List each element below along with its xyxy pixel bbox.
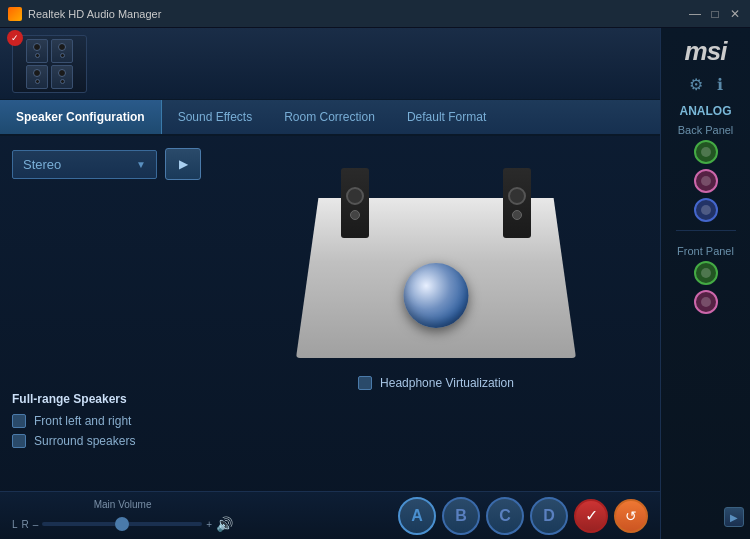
- right-speaker-cone: [508, 187, 526, 205]
- full-range-title: Full-range Speakers: [12, 392, 212, 406]
- speaker-col-left: [26, 39, 48, 89]
- back-panel-label: Back Panel: [678, 124, 734, 136]
- stage-speaker-left: [341, 168, 369, 238]
- speakers-visualization: Headphone Virtualization: [224, 148, 648, 479]
- speaker-dot-small: [35, 53, 40, 58]
- app-icon: [8, 7, 22, 21]
- volume-r-label: R: [22, 519, 29, 530]
- back-jack-blue[interactable]: [694, 198, 718, 222]
- checkbox-front-label: Front left and right: [34, 414, 131, 428]
- speaker-dot-large3: [58, 43, 66, 51]
- tabs-bar: Speaker Configuration Sound Effects Room…: [0, 100, 660, 136]
- volume-icon: 🔊: [216, 516, 233, 532]
- close-button[interactable]: ✕: [728, 7, 742, 21]
- content-area: ✓: [0, 28, 660, 539]
- back-jack-green[interactable]: [694, 140, 718, 164]
- volume-slider[interactable]: [42, 522, 202, 526]
- play-icon: ▶: [179, 157, 188, 171]
- speaker-col-right: [51, 39, 73, 89]
- check-badge: ✓: [7, 30, 23, 46]
- button-a[interactable]: A: [398, 497, 436, 535]
- dropdown-row: Stereo ▼ ▶: [12, 148, 212, 180]
- back-panel-jacks: [694, 140, 718, 222]
- speaker-unit-3: [51, 39, 73, 63]
- checkbox-front: Front left and right: [12, 414, 212, 428]
- volume-label: Main Volume: [94, 499, 152, 510]
- full-range-section: Full-range Speakers Front left and right…: [12, 392, 212, 454]
- speaker-unit-4: [51, 65, 73, 89]
- info-icon[interactable]: ℹ: [717, 75, 723, 94]
- dropdown-arrow-icon: ▼: [136, 159, 146, 170]
- volume-section: Main Volume L R – + 🔊: [12, 499, 233, 532]
- speaker-unit: [26, 39, 48, 63]
- front-jack-green[interactable]: [694, 261, 718, 285]
- tab-sound-effects[interactable]: Sound Effects: [162, 100, 269, 134]
- dropdown-value: Stereo: [23, 157, 61, 172]
- left-speaker-cone: [346, 187, 364, 205]
- button-c[interactable]: C: [486, 497, 524, 535]
- tab-room-correction[interactable]: Room Correction: [268, 100, 391, 134]
- speaker-dot-large2: [33, 69, 41, 77]
- speaker-dot-large4: [58, 69, 66, 77]
- gear-icon[interactable]: ⚙: [689, 75, 703, 94]
- checkbox-surround-label: Surround speakers: [34, 434, 135, 448]
- msi-logo: msi: [685, 36, 727, 67]
- button-d[interactable]: D: [530, 497, 568, 535]
- volume-l-label: L: [12, 519, 18, 530]
- jack-inner-2: [701, 176, 711, 186]
- checkbox-surround: Surround speakers: [12, 434, 212, 448]
- front-panel-label: Front Panel: [677, 245, 734, 257]
- speaker-dot-large: [33, 43, 41, 51]
- button-b[interactable]: B: [442, 497, 480, 535]
- play-button[interactable]: ▶: [165, 148, 201, 180]
- front-panel-jacks: [694, 261, 718, 314]
- confirm-button[interactable]: ✓: [574, 499, 608, 533]
- bottom-bar: Main Volume L R – + 🔊 A B: [0, 491, 660, 539]
- left-speaker-cone-small: [350, 210, 360, 220]
- volume-plus: +: [206, 519, 212, 530]
- sidebar-bottom: ▶: [661, 507, 750, 531]
- maximize-button[interactable]: □: [708, 7, 722, 21]
- right-sidebar: msi ⚙ ℹ ANALOG Back Panel Front Panel: [660, 28, 750, 539]
- minimize-button[interactable]: —: [688, 7, 702, 21]
- titlebar-controls: — □ ✕: [688, 7, 742, 21]
- content-body: Stereo ▼ ▶ Full-range Speakers Front lef…: [0, 136, 660, 491]
- speaker-icon-box: ✓: [12, 35, 87, 93]
- stage-speaker-right: [503, 168, 531, 238]
- right-speaker-cone-small: [512, 210, 522, 220]
- 3d-ball: [404, 263, 469, 328]
- speaker-header: ✓: [0, 28, 660, 100]
- speaker-dot-small4: [60, 79, 65, 84]
- speaker-dot-small3: [60, 53, 65, 58]
- volume-minus: –: [33, 519, 39, 530]
- refresh-button[interactable]: ↺: [614, 499, 648, 533]
- jack-inner-4: [701, 268, 711, 278]
- jack-inner-3: [701, 205, 711, 215]
- back-jack-pink[interactable]: [694, 169, 718, 193]
- stereo-dropdown[interactable]: Stereo ▼: [12, 150, 157, 179]
- checkbox-front-icon[interactable]: [12, 414, 26, 428]
- checkbox-surround-icon[interactable]: [12, 434, 26, 448]
- headphone-row: Headphone Virtualization: [358, 376, 514, 390]
- app-title: Realtek HD Audio Manager: [28, 8, 161, 20]
- jack-inner-5: [701, 297, 711, 307]
- speaker-dot-small2: [35, 79, 40, 84]
- power-button[interactable]: ▶: [724, 507, 744, 527]
- volume-row: L R – + 🔊: [12, 516, 233, 532]
- titlebar-left: Realtek HD Audio Manager: [8, 7, 161, 21]
- jack-inner-1: [701, 147, 711, 157]
- volume-thumb: [115, 517, 129, 531]
- main-container: ✓: [0, 28, 750, 539]
- speaker-unit-2: [26, 65, 48, 89]
- headphone-label: Headphone Virtualization: [380, 376, 514, 390]
- tab-speaker-configuration[interactable]: Speaker Configuration: [0, 100, 162, 134]
- front-jack-pink[interactable]: [694, 290, 718, 314]
- titlebar: Realtek HD Audio Manager — □ ✕: [0, 0, 750, 28]
- bottom-buttons: A B C D ✓ ↺: [398, 497, 648, 535]
- speaker-stage: [286, 158, 586, 358]
- sidebar-icons-top: ⚙ ℹ: [689, 75, 723, 94]
- left-panel: Stereo ▼ ▶ Full-range Speakers Front lef…: [12, 148, 212, 479]
- sidebar-divider: [676, 230, 736, 231]
- headphone-checkbox[interactable]: [358, 376, 372, 390]
- tab-default-format[interactable]: Default Format: [391, 100, 502, 134]
